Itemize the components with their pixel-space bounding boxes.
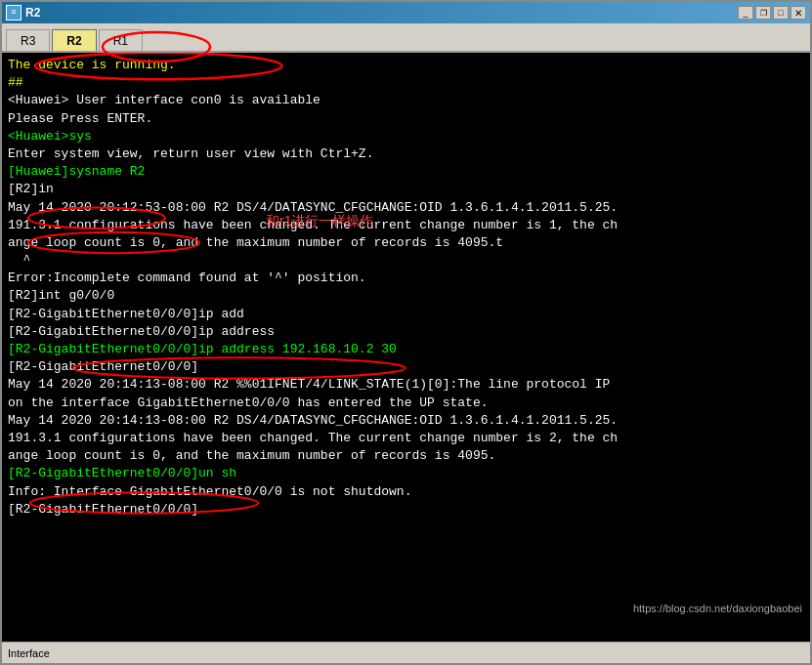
terminal-line: [R2-GigabitEthernet0/0/0] (8, 501, 804, 519)
interface-label: Interface (8, 647, 50, 659)
terminal-line: [Huawei]sysname R2 (8, 163, 804, 181)
tab-r2[interactable]: R2 (52, 29, 96, 51)
terminal-line: <Huawei>sys (8, 128, 804, 145)
terminal-line: ^ (8, 252, 804, 270)
close-button[interactable]: ✕ (791, 6, 806, 20)
terminal-line: Please Press ENTER. (8, 110, 804, 128)
minimize-button[interactable]: _ (738, 6, 753, 20)
terminal-line: 191.3.1 configurations have been changed… (8, 430, 804, 447)
terminal-line: ## (8, 74, 804, 92)
title-bar: ≡ R2 _ ❐ □ ✕ (2, 2, 810, 23)
terminal-line: on the interface GigabitEthernet0/0/0 ha… (8, 395, 804, 412)
terminal-line: 191.3.1 configurations have been changed… (8, 217, 804, 234)
status-bar: Interface (2, 642, 810, 663)
terminal-line: <Huawei> User interface con0 is availabl… (8, 92, 804, 109)
tab-r3[interactable]: R3 (6, 29, 50, 51)
terminal-line: May 14 2020 20:14:13-08:00 R2 %%01IFNET/… (8, 376, 804, 394)
main-window: ≡ R2 _ ❐ □ ✕ R3 R2 R1 The device is runn… (0, 0, 812, 665)
window-icon: ≡ (6, 5, 21, 21)
terminal-line: May 14 2020 20:12:53-08:00 R2 DS/4/DATAS… (8, 199, 804, 217)
terminal-line: May 14 2020 20:14:13-08:00 R2 DS/4/DATAS… (8, 412, 804, 430)
title-bar-left: ≡ R2 (6, 5, 40, 21)
tab-r1[interactable]: R1 (99, 29, 143, 51)
terminal-area[interactable]: The device is running.##<Huawei> User in… (2, 53, 810, 642)
watermark: https://blog.csdn.net/daxiongbaobei (633, 602, 802, 616)
terminal-line: [R2-GigabitEthernet0/0/0]ip add (8, 306, 804, 323)
restore-button[interactable]: ❐ (755, 6, 771, 20)
terminal-line: [R2-GigabitEthernet0/0/0]un sh (8, 465, 804, 482)
terminal-line: The device is running. (8, 57, 804, 74)
terminal-content: The device is running.##<Huawei> User in… (8, 57, 804, 519)
terminal-line: [R2-GigabitEthernet0/0/0] (8, 358, 804, 376)
window-title: R2 (25, 6, 40, 20)
terminal-line: Info: Interface GigabitEthernet0/0/0 is … (8, 483, 804, 501)
terminal-line: Error:Incomplete command found at '^' po… (8, 270, 804, 287)
terminal-line: [R2-GigabitEthernet0/0/0]ip address (8, 323, 804, 341)
terminal-line: ange loop count is 0, and the maximum nu… (8, 234, 804, 252)
window-controls: _ ❐ □ ✕ (738, 6, 806, 20)
maximize-button[interactable]: □ (773, 6, 789, 20)
terminal-line: [R2-GigabitEthernet0/0/0]ip address 192.… (8, 341, 804, 358)
terminal-line: ange loop count is 0, and the maximum nu… (8, 447, 804, 465)
terminal-line: [R2]int g0/0/0 (8, 287, 804, 305)
terminal-line: [R2]in (8, 181, 804, 198)
tab-bar: R3 R2 R1 (2, 23, 810, 53)
terminal-line: Enter system view, return user view with… (8, 145, 804, 163)
